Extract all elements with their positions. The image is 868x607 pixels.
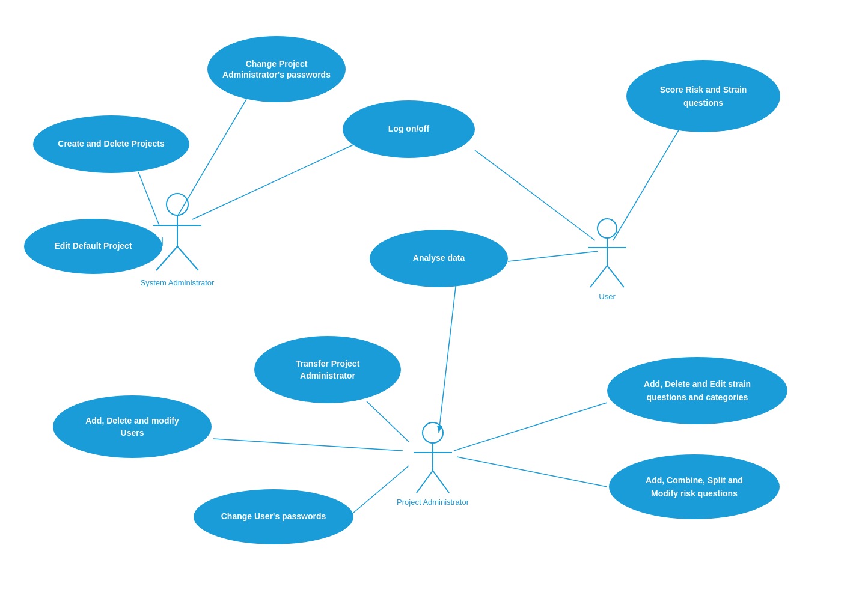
line-pa-addrisk: [457, 457, 607, 487]
uc-addusers-label: Add, Delete and modify: [85, 416, 179, 426]
svg-text:Administrator's passwords: Administrator's passwords: [222, 70, 331, 79]
actor-user-label: User: [599, 292, 616, 301]
line-pa-addusers: [213, 439, 403, 451]
uc-create-delete: Create and Delete Projects: [33, 115, 189, 173]
line-analyse-pa: [439, 276, 457, 433]
svg-text:Modify risk questions: Modify risk questions: [651, 489, 738, 498]
svg-text:questions: questions: [683, 98, 723, 108]
svg-line-10: [607, 266, 624, 287]
uc-edit-label: Edit Default Project: [54, 241, 132, 251]
uc-analyse-data: Analyse data: [370, 230, 508, 287]
svg-point-24: [254, 336, 401, 403]
uc-change-passwords: Change Project Administrator's passwords: [207, 36, 346, 102]
line-pa-transfer: [367, 401, 409, 442]
use-case-diagram: System Administrator User Project Admini…: [0, 0, 868, 607]
uc-score-label: Score Risk and Strain: [660, 85, 747, 94]
uc-create-delete-label: Create and Delete Projects: [58, 139, 165, 148]
line-pa-addstrain: [454, 403, 607, 451]
line-user-analyse: [508, 251, 598, 261]
svg-text:Administrator: Administrator: [300, 371, 355, 380]
uc-change-user-passwords: Change User's passwords: [194, 489, 353, 544]
svg-line-15: [433, 471, 449, 493]
line-user-score: [613, 129, 679, 240]
uc-add-risk: Add, Combine, Split and Modify risk ques…: [609, 454, 780, 519]
svg-point-6: [598, 219, 617, 238]
svg-text:Users: Users: [121, 428, 144, 438]
svg-point-26: [53, 395, 212, 458]
svg-point-20: [626, 60, 780, 132]
svg-line-5: [177, 246, 198, 270]
uc-log-onoff: Log on/off: [343, 100, 475, 158]
line-sysadmin-createdelete: [138, 172, 159, 225]
line-sysadmin-logon: [192, 144, 355, 219]
uc-analyse-label: Analyse data: [413, 253, 465, 263]
svg-point-11: [423, 422, 443, 443]
uc-add-strain: Add, Delete and Edit strain questions an…: [607, 357, 787, 424]
line-pa-changepasswords: [349, 466, 409, 517]
actor-project-admin: Project Administrator: [397, 422, 469, 507]
uc-change-passwords-label: Change Project: [246, 59, 308, 69]
svg-line-14: [417, 471, 433, 493]
uc-add-users: Add, Delete and modify Users: [53, 395, 212, 458]
actor-system-admin-label: System Administrator: [141, 278, 215, 287]
actor-user: User: [588, 219, 626, 301]
uc-edit-default: Edit Default Project: [24, 219, 162, 274]
uc-score-risk: Score Risk and Strain questions: [626, 60, 780, 132]
uc-transfer-label: Transfer Project: [296, 359, 360, 368]
line-user-logon: [475, 150, 595, 240]
actor-project-admin-label: Project Administrator: [397, 498, 469, 507]
svg-line-9: [590, 266, 607, 287]
uc-risk-label: Add, Combine, Split and: [646, 475, 743, 485]
svg-point-29: [607, 357, 787, 424]
uc-transfer-project: Transfer Project Administrator: [254, 336, 401, 403]
svg-point-31: [609, 454, 780, 519]
uc-strain-label: Add, Delete and Edit strain: [644, 379, 751, 389]
uc-changeuser-label: Change User's passwords: [221, 511, 326, 521]
uc-logon-label: Log on/off: [388, 124, 430, 133]
svg-text:questions and categories: questions and categories: [647, 392, 748, 402]
